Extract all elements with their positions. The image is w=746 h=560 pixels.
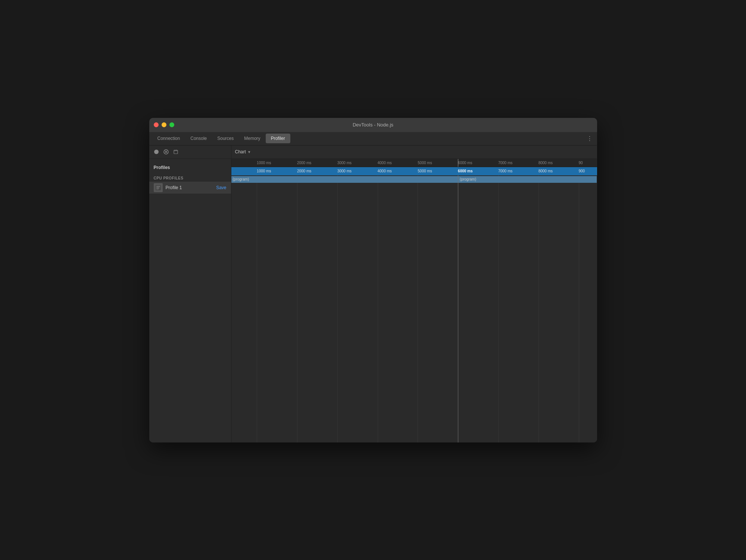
more-menu-button[interactable]: ⋮ bbox=[587, 135, 593, 142]
grid-line-8 bbox=[539, 175, 539, 442]
tab-console[interactable]: Console bbox=[185, 134, 212, 143]
tabs-bar: Connection Console Sources Memory Profil… bbox=[149, 132, 597, 146]
time-tick-blue-4000: 4000 ms bbox=[378, 169, 392, 173]
chevron-down-icon: ▼ bbox=[247, 150, 251, 154]
maximize-button[interactable] bbox=[169, 122, 174, 127]
time-tick-7000: 7000 ms bbox=[498, 161, 512, 165]
time-tick-4000: 4000 ms bbox=[378, 161, 392, 165]
main-area: Profiles CPU PROFILES Profile 1 bbox=[149, 146, 597, 442]
time-tick-blue-5000: 5000 ms bbox=[418, 169, 432, 173]
profile-item[interactable]: Profile 1 Save bbox=[149, 182, 231, 194]
tab-profiler[interactable]: Profiler bbox=[266, 134, 290, 143]
chart-label: Chart bbox=[235, 149, 246, 154]
titlebar: DevTools - Node.js bbox=[149, 118, 597, 132]
trash-icon bbox=[173, 149, 178, 154]
timeline-content: (program) (program) bbox=[231, 175, 597, 442]
tab-connection[interactable]: Connection bbox=[152, 134, 185, 143]
time-tick-blue-6000: 6000 ms bbox=[458, 169, 472, 173]
program-bar-left: (program) bbox=[231, 176, 458, 183]
record-button[interactable] bbox=[153, 148, 160, 155]
cursor-mark-top bbox=[458, 159, 458, 167]
time-tick-blue-1000: 1000 ms bbox=[257, 169, 271, 173]
minimize-button[interactable] bbox=[162, 122, 166, 127]
stop-button[interactable] bbox=[163, 148, 169, 155]
content-area: Chart ▼ 1000 ms 2000 ms 3000 ms 4000 ms … bbox=[231, 146, 597, 442]
time-tick-blue-7000: 7000 ms bbox=[498, 169, 512, 173]
time-tick-3000: 3000 ms bbox=[337, 161, 352, 165]
chart-selector[interactable]: Chart ▼ bbox=[235, 149, 251, 154]
cursor-line bbox=[458, 175, 458, 442]
svg-point-0 bbox=[154, 150, 159, 154]
program-bar-right: (program) bbox=[458, 176, 597, 183]
grid-line-5 bbox=[418, 175, 418, 442]
time-tick-1000: 1000 ms bbox=[257, 161, 271, 165]
profile-name: Profile 1 bbox=[166, 185, 216, 190]
tab-sources[interactable]: Sources bbox=[212, 134, 239, 143]
svg-rect-4 bbox=[174, 151, 178, 154]
time-ruler-top: 1000 ms 2000 ms 3000 ms 4000 ms 5000 ms … bbox=[231, 159, 597, 167]
window-title: DevTools - Node.js bbox=[353, 122, 393, 128]
content-toolbar: Chart ▼ bbox=[231, 146, 597, 159]
time-tick-8000: 8000 ms bbox=[539, 161, 553, 165]
profile-icon bbox=[154, 183, 163, 192]
time-tick-blue-3000: 3000 ms bbox=[337, 169, 352, 173]
delete-button[interactable] bbox=[172, 148, 179, 155]
time-tick-2000: 2000 ms bbox=[297, 161, 311, 165]
timeline-area: 1000 ms 2000 ms 3000 ms 4000 ms 5000 ms … bbox=[231, 159, 597, 442]
traffic-lights bbox=[154, 122, 174, 127]
save-link[interactable]: Save bbox=[216, 185, 226, 190]
devtools-window: DevTools - Node.js Connection Console So… bbox=[149, 118, 597, 442]
profiles-heading: Profiles bbox=[149, 163, 231, 173]
time-tick-blue-9000: 900 bbox=[579, 169, 585, 173]
time-tick-6000: 6000 ms bbox=[458, 161, 472, 165]
grid-line-4 bbox=[378, 175, 378, 442]
time-ruler-bottom: 1000 ms 2000 ms 3000 ms 4000 ms 5000 ms … bbox=[231, 167, 597, 175]
grid-line-2 bbox=[297, 175, 297, 442]
sidebar: Profiles CPU PROFILES Profile 1 bbox=[149, 146, 231, 442]
time-tick-5000: 5000 ms bbox=[418, 161, 432, 165]
sidebar-toolbar bbox=[149, 146, 231, 159]
cpu-profiles-label: CPU PROFILES bbox=[149, 173, 231, 182]
stop-icon bbox=[163, 149, 169, 154]
tab-memory[interactable]: Memory bbox=[239, 134, 265, 143]
record-icon bbox=[154, 149, 159, 154]
grid-line-1 bbox=[257, 175, 257, 442]
grid-line-3 bbox=[337, 175, 338, 442]
grid-line-9 bbox=[579, 175, 579, 442]
time-tick-blue-2000: 2000 ms bbox=[297, 169, 311, 173]
sidebar-content: Profiles CPU PROFILES Profile 1 bbox=[149, 159, 231, 197]
close-button[interactable] bbox=[154, 122, 159, 127]
time-tick-9000: 90 bbox=[579, 161, 583, 165]
grid-line-7 bbox=[498, 175, 499, 442]
time-tick-blue-8000: 8000 ms bbox=[539, 169, 553, 173]
